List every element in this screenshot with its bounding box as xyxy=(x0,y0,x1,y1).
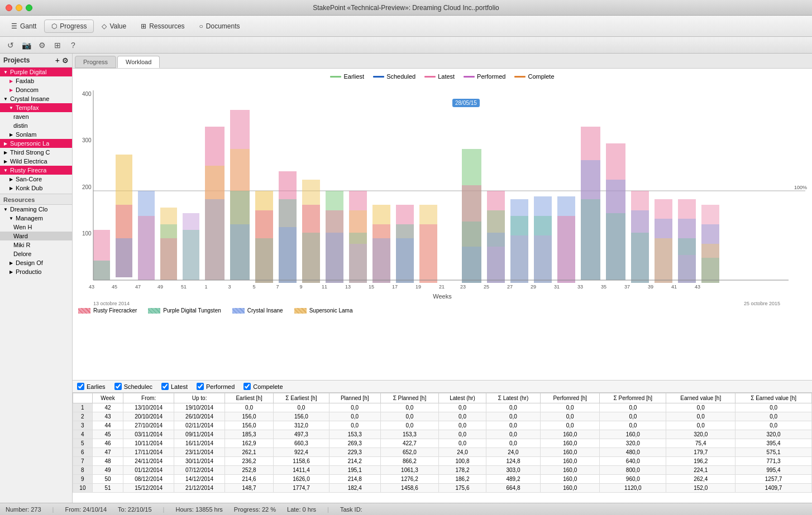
sidebar-item-rusty-firecra[interactable]: ▼ Rusty Firecra xyxy=(0,166,72,175)
add-project-icon[interactable]: + xyxy=(55,56,60,65)
sidebar-item-wen[interactable]: Wen H xyxy=(0,223,72,232)
table-cell: 162,9 xyxy=(225,439,274,448)
sidebar-item-production[interactable]: ▶ Productio xyxy=(0,267,72,276)
svg-rect-10 xyxy=(116,238,132,277)
sidebar-item-sonlam[interactable]: ▶ Sonlam xyxy=(0,130,72,139)
table-cell: 0,0 xyxy=(439,403,486,412)
table-row: 74824/11/201430/11/2014236,21158,6214,28… xyxy=(73,457,812,466)
performed-label: Performed xyxy=(477,73,505,80)
progress-icon: ⬡ xyxy=(51,22,57,30)
tab-resources[interactable]: ⊞ Ressources xyxy=(134,20,191,32)
checkbox-scheduled[interactable]: Schedulec xyxy=(114,383,152,390)
sidebar-item-management[interactable]: ▼ Managem xyxy=(0,214,72,223)
svg-rect-73 xyxy=(631,233,649,283)
sidebar-item-third-strong[interactable]: ▶ Third Strong C xyxy=(0,148,72,157)
complete-dot xyxy=(514,76,526,78)
tab-workload-content[interactable]: Workload xyxy=(117,56,160,68)
scheduled-checkbox[interactable] xyxy=(114,383,122,390)
sidebar-item-supersonic[interactable]: ▶ Supersonic La xyxy=(0,139,72,148)
svg-text:31: 31 xyxy=(554,284,560,290)
table-cell: 489,2 xyxy=(486,475,540,484)
camera-icon[interactable]: 📷 xyxy=(20,39,32,51)
grid-icon[interactable]: ⊞ xyxy=(51,39,64,51)
svg-text:27: 27 xyxy=(507,284,513,290)
legend-scheduled: Scheduled xyxy=(373,73,415,80)
sidebar-item-design-of[interactable]: ▶ Design Of xyxy=(0,258,72,267)
sidebar-item-dreaming-clo[interactable]: ▼ Dreaming Clo xyxy=(0,205,72,214)
maximize-button[interactable] xyxy=(26,4,32,11)
table-cell: 10/11/2014 xyxy=(123,439,174,448)
complete-checkbox[interactable] xyxy=(243,383,251,390)
table-cell: 1774,7 xyxy=(274,484,329,493)
sidebar-item-wild-electrica[interactable]: ▶ Wild Electrica xyxy=(0,157,72,166)
table-cell: 24/11/2014 xyxy=(123,457,174,466)
table-cell: 46 xyxy=(92,439,123,448)
sidebar-item-distin[interactable]: distin xyxy=(0,121,72,130)
tab-documents[interactable]: ○ Documents xyxy=(193,20,247,32)
tab-progress-content[interactable]: Progress xyxy=(75,56,116,68)
sidebar-item-san-core[interactable]: ▶ San-Core xyxy=(0,175,72,184)
table-cell: 229,3 xyxy=(329,448,380,457)
table-cell: 160,0 xyxy=(541,430,600,439)
latest-label: Latest xyxy=(438,73,455,80)
svg-rect-40 xyxy=(349,244,367,283)
tab-value[interactable]: ◇ Value xyxy=(95,20,133,32)
purple-digital-stripe xyxy=(148,308,160,314)
sidebar-item-label: Doncom xyxy=(16,86,39,93)
sidebar-item-miki[interactable]: Miki R xyxy=(0,240,72,249)
tab-gantt[interactable]: ☰ Gantt xyxy=(4,20,43,32)
latest-checkbox[interactable] xyxy=(161,383,169,390)
table-cell: 47 xyxy=(92,448,123,457)
sidebar-item-tempfax[interactable]: ▼ Tempfax xyxy=(0,103,72,112)
purple-digital-label: Purple Digital Tungsten xyxy=(163,307,221,314)
table-row: 24320/10/201426/10/2014156,0156,00,00,00… xyxy=(73,412,812,421)
checkbox-latest[interactable]: Latest xyxy=(161,383,188,390)
sidebar-item-label: Dreaming Clo xyxy=(10,206,47,213)
refresh-icon[interactable]: ↺ xyxy=(4,39,17,51)
checkbox-earliest[interactable]: Earlies xyxy=(77,383,106,390)
tab-progress[interactable]: ⬡ Progress xyxy=(44,20,94,33)
settings-icon[interactable]: ⚙ xyxy=(36,39,48,51)
svg-text:45: 45 xyxy=(112,284,117,290)
checkbox-complete[interactable]: Compelete xyxy=(243,383,283,390)
sidebar-item-ward[interactable]: Ward xyxy=(0,232,72,240)
sidebar-item-label: Managem xyxy=(16,215,43,222)
svg-rect-30 xyxy=(279,227,297,283)
table-cell: 08/12/2014 xyxy=(123,475,174,484)
svg-rect-67 xyxy=(581,199,600,280)
sidebar-item-purple-digital[interactable]: ▼ Purple Digital xyxy=(0,68,72,76)
sidebar-item-faxlab[interactable]: ▶ Faxlab xyxy=(0,76,72,85)
table-row-num: 3 xyxy=(73,421,93,430)
table-cell: 224,1 xyxy=(666,466,735,475)
col-planned: Planned [h] xyxy=(329,393,380,403)
sidebar-item-konk-dub[interactable]: ▶ Konk Dub xyxy=(0,184,72,192)
table-cell: 652,0 xyxy=(380,448,439,457)
table-cell: 21/12/2014 xyxy=(174,484,225,493)
table-cell: 0,0 xyxy=(439,430,486,439)
sidebar: Projects + ⚙ ▼ Purple Digital ▶ Faxlab ▶… xyxy=(0,54,73,503)
table-cell: 24,0 xyxy=(486,448,540,457)
project-settings-icon[interactable]: ⚙ xyxy=(62,56,69,65)
col-from: From: xyxy=(123,393,174,403)
table-cell: 960,0 xyxy=(600,475,666,484)
svg-text:19: 19 xyxy=(415,284,421,290)
checkbox-performed[interactable]: Performed xyxy=(197,383,235,390)
earliest-checkbox[interactable] xyxy=(77,383,84,390)
sidebar-item-doncom[interactable]: ▶ Doncom xyxy=(0,85,72,94)
svg-text:49: 49 xyxy=(157,284,163,290)
sidebar-item-crystal-insane[interactable]: ▼ Crystal Insane xyxy=(0,94,72,103)
help-icon[interactable]: ? xyxy=(67,39,79,51)
content-tab-bar: Progress Workload xyxy=(73,54,812,69)
svg-text:7: 7 xyxy=(276,284,279,290)
resources-label: Resources xyxy=(0,194,72,205)
performed-dot xyxy=(464,76,475,78)
table-row: 64717/11/201423/11/2014262,1922,4229,365… xyxy=(73,448,812,457)
data-table-scroll[interactable]: Week From: Up to: Earliest [h] Σ Earlies… xyxy=(73,393,812,503)
close-button[interactable] xyxy=(6,4,12,11)
sidebar-item-delore[interactable]: Delore xyxy=(0,249,72,258)
performed-checkbox[interactable] xyxy=(197,383,204,390)
sidebar-item-label: Sonlam xyxy=(16,131,36,138)
minimize-button[interactable] xyxy=(16,4,22,11)
sidebar-item-raven[interactable]: raven xyxy=(0,112,72,121)
table-cell: 179,7 xyxy=(666,448,735,457)
